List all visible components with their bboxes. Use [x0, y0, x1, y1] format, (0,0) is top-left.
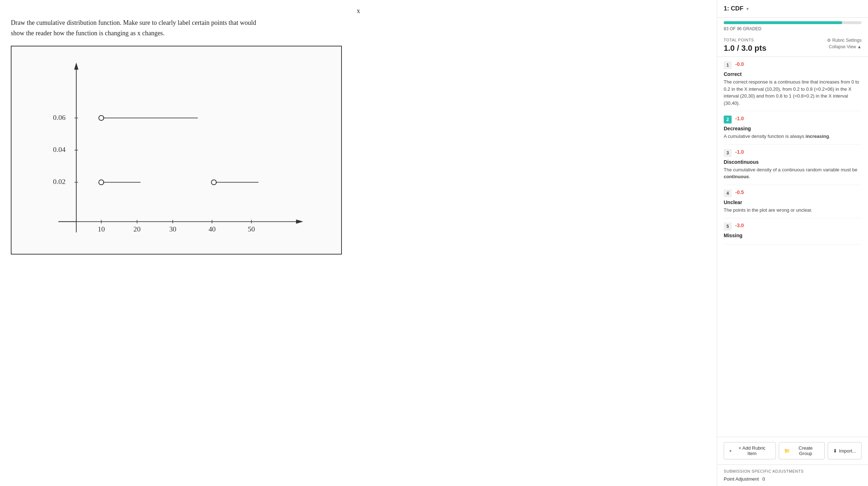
svg-text:30: 30: [169, 225, 176, 233]
item-title-2: Decreasing: [724, 126, 862, 131]
item-desc-3: The cumulative density of a continuous r…: [724, 166, 862, 180]
item-desc-4: The points in the plot are wrong or uncl…: [724, 207, 862, 214]
rubric-items: 1 -0.0 Correct The correct response is a…: [717, 57, 868, 437]
item-number-4: 4: [724, 189, 732, 197]
svg-text:0.02: 0.02: [53, 177, 65, 185]
points-section: TOTAL POINTS 1.0 / 3.0 pts ⚙ Rubric Sett…: [717, 35, 868, 57]
item-title-1: Correct: [724, 71, 862, 77]
item-desc-1: The correct response is a continuous lin…: [724, 78, 862, 107]
svg-text:50: 50: [248, 225, 255, 233]
svg-text:10: 10: [98, 225, 105, 233]
submission-adjustments: SUBMISSION SPECIFIC ADJUSTMENTS Point Ad…: [717, 464, 868, 486]
rubric-item-1-header: 1 -0.0: [724, 61, 862, 69]
item-number-5: 5: [724, 222, 732, 230]
point-adjustment-value: 0: [763, 476, 765, 482]
progress-bar-fill: [724, 21, 842, 24]
svg-marker-1: [74, 62, 78, 69]
left-panel: x Draw the cumulative distribution funct…: [0, 0, 717, 486]
point-adjustment-row: Point Adjustment 0: [724, 476, 862, 482]
item-title-4: Unclear: [724, 199, 862, 205]
add-rubric-item-button[interactable]: + + Add Rubric Item: [724, 442, 776, 459]
bottom-buttons: + + Add Rubric Item 📁 Create Group ⬇ Imp…: [717, 437, 868, 464]
rubric-item-1: 1 -0.0 Correct The correct response is a…: [724, 57, 862, 111]
point-adjustment-label: Point Adjustment: [724, 476, 759, 482]
rubric-item-2: 2 -1.0 Decreasing A cumulative density f…: [724, 111, 862, 145]
item-number-1: 1: [724, 61, 732, 69]
rubric-item-5-header: 5 -3.0: [724, 222, 862, 230]
folder-icon: 📁: [784, 448, 790, 454]
rubric-dropdown-icon[interactable]: ▾: [746, 6, 749, 12]
svg-point-21: [99, 115, 104, 120]
rubric-header: 1: CDF ▾: [717, 0, 868, 18]
item-number-2: 2: [724, 116, 732, 123]
points-right: ⚙ Rubric Settings Collapse View ▲: [827, 38, 862, 49]
item-title-3: Discontinuous: [724, 159, 862, 165]
svg-text:0.06: 0.06: [53, 113, 65, 121]
collapse-view-button[interactable]: Collapse View ▲: [829, 44, 862, 49]
rubric-item-4: 4 -0.5 Unclear The points in the plot ar…: [724, 185, 862, 219]
question-text: Draw the cumulative distribution functio…: [11, 18, 706, 39]
rubric-item-5: 5 -3.0 Missing: [724, 218, 862, 244]
total-points-label: TOTAL POINTS: [724, 38, 767, 42]
right-panel: 1: CDF ▾ 83 OF 96 GRADED TOTAL POINTS 1.…: [717, 0, 868, 486]
rubric-item-3-header: 3 -1.0: [724, 149, 862, 157]
item-title-5: Missing: [724, 233, 862, 238]
import-button[interactable]: ⬇ Import...: [828, 442, 862, 459]
item-score-4: -0.5: [735, 189, 744, 195]
download-icon: ⬇: [833, 448, 837, 454]
rubric-item-3: 3 -1.0 Discontinuous The cumulative dens…: [724, 145, 862, 185]
progress-label: 83 OF 96 GRADED: [724, 26, 862, 31]
create-group-button[interactable]: 📁 Create Group: [779, 442, 825, 459]
item-score-2: -1.0: [735, 116, 744, 121]
rubric-item-2-header: 2 -1.0: [724, 116, 862, 123]
submission-adjustments-title: SUBMISSION SPECIFIC ADJUSTMENTS: [724, 469, 862, 473]
item-number-3: 3: [724, 149, 732, 157]
rubric-item-4-header: 4 -0.5: [724, 189, 862, 197]
svg-text:0.04: 0.04: [53, 145, 65, 153]
progress-section: 83 OF 96 GRADED: [717, 18, 868, 35]
gear-icon: ⚙: [827, 38, 831, 43]
svg-point-23: [99, 180, 104, 185]
rubric-settings-button[interactable]: ⚙ Rubric Settings: [827, 38, 862, 43]
total-points-value: 1.0 / 3.0 pts: [724, 44, 767, 53]
item-desc-2: A cumulative density function is always …: [724, 133, 862, 140]
rubric-title: 1: CDF: [724, 5, 743, 12]
student-drawing: 0.06 0.04 0.02 10 20 30 40 50: [11, 46, 342, 255]
svg-text:40: 40: [208, 225, 216, 233]
plus-icon: +: [729, 448, 732, 454]
svg-point-25: [211, 180, 216, 185]
x-axis-label: x: [11, 7, 706, 15]
item-score-5: -3.0: [735, 222, 744, 228]
item-score-1: -0.0: [735, 61, 744, 67]
svg-marker-3: [296, 219, 303, 224]
svg-text:20: 20: [134, 225, 141, 233]
item-score-3: -1.0: [735, 149, 744, 155]
progress-bar-container: [724, 21, 862, 24]
